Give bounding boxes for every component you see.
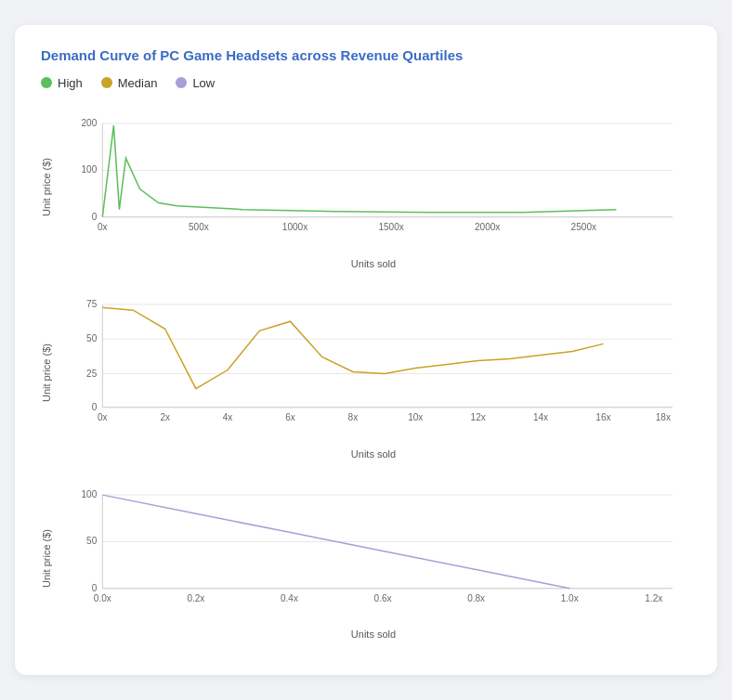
svg-text:2x: 2x — [160, 411, 170, 421]
chart-high-area: 200 100 0 0x 500x 1000x 1500x 2000x 2500… — [56, 105, 691, 269]
svg-text:25: 25 — [86, 368, 98, 378]
chart-title: Demand Curve of PC Game Headsets across … — [41, 47, 691, 63]
svg-text:0: 0 — [92, 211, 98, 221]
svg-text:0.2x: 0.2x — [187, 592, 204, 603]
svg-text:18x: 18x — [656, 411, 671, 421]
svg-text:4x: 4x — [223, 411, 233, 421]
legend-dot-low — [176, 77, 187, 88]
legend-item-low: Low — [176, 76, 215, 90]
svg-text:2000x: 2000x — [475, 221, 500, 231]
svg-text:0: 0 — [92, 582, 98, 592]
svg-text:0.8x: 0.8x — [467, 592, 485, 603]
chart-median-x-label: Units sold — [56, 448, 691, 460]
svg-text:0.6x: 0.6x — [374, 592, 392, 603]
svg-text:10x: 10x — [408, 411, 423, 421]
svg-text:2500x: 2500x — [571, 221, 596, 231]
chart-median-svg: 75 50 25 0 0x 2x 4x 6x 8x 10x 12x 14x 16… — [56, 286, 691, 445]
chart-low-y-label: Unit price ($) — [41, 476, 52, 641]
svg-text:1500x: 1500x — [378, 221, 403, 231]
svg-text:0.0x: 0.0x — [94, 592, 111, 603]
legend-label-low: Low — [192, 76, 215, 90]
svg-text:50: 50 — [86, 333, 98, 344]
chart-high: Unit price ($) 200 100 0 0x 500x — [41, 105, 691, 269]
main-card: Demand Curve of PC Game Headsets across … — [15, 25, 717, 676]
svg-text:0: 0 — [92, 401, 98, 411]
svg-text:50: 50 — [86, 536, 98, 546]
legend-item-high: High — [41, 76, 83, 90]
svg-text:6x: 6x — [285, 411, 295, 421]
chart-median: Unit price ($) 75 50 25 0 — [41, 286, 691, 460]
svg-text:1.0x: 1.0x — [561, 592, 579, 603]
svg-text:0.4x: 0.4x — [281, 592, 298, 603]
legend: High Median Low — [41, 76, 691, 90]
chart-high-svg: 200 100 0 0x 500x 1000x 1500x 2000x 2500… — [56, 105, 691, 254]
chart-high-y-label: Unit price ($) — [41, 105, 52, 269]
svg-text:16x: 16x — [595, 411, 610, 421]
svg-text:0x: 0x — [98, 411, 108, 421]
chart-low-x-label: Units sold — [56, 629, 691, 640]
high-line — [102, 125, 616, 217]
chart-low-area: 100 50 0 0.0x 0.2x 0.4x 0.6x 0.8x 1.0x 1… — [56, 476, 691, 641]
svg-text:8x: 8x — [348, 411, 359, 421]
chart-median-y-label: Unit price ($) — [41, 286, 52, 460]
chart-median-area: 75 50 25 0 0x 2x 4x 6x 8x 10x 12x 14x 16… — [56, 286, 691, 460]
chart-low-svg: 100 50 0 0.0x 0.2x 0.4x 0.6x 0.8x 1.0x 1… — [56, 476, 691, 626]
svg-text:12x: 12x — [471, 411, 486, 421]
legend-item-median: Median — [101, 76, 158, 90]
legend-dot-high — [41, 77, 52, 88]
legend-label-median: Median — [118, 76, 158, 90]
chart-median-wrapper: Unit price ($) 75 50 25 0 — [41, 286, 691, 460]
svg-text:100: 100 — [82, 164, 98, 175]
svg-text:14x: 14x — [533, 411, 548, 421]
chart-low: Unit price ($) 100 50 0 0.0x 0.2x — [41, 476, 691, 641]
median-line — [102, 307, 603, 389]
svg-text:200: 200 — [82, 118, 98, 128]
legend-dot-median — [101, 77, 112, 88]
svg-text:75: 75 — [86, 299, 98, 309]
chart-high-x-label: Units sold — [56, 258, 691, 269]
svg-text:500x: 500x — [189, 221, 209, 231]
svg-text:100: 100 — [82, 489, 98, 499]
legend-label-high: High — [58, 76, 83, 90]
svg-text:0x: 0x — [98, 221, 108, 231]
chart-low-wrapper: Unit price ($) 100 50 0 0.0x 0.2x — [41, 476, 691, 641]
chart-high-wrapper: Unit price ($) 200 100 0 0x 500x — [41, 105, 691, 269]
svg-text:1000x: 1000x — [282, 221, 307, 231]
svg-text:1.2x: 1.2x — [645, 592, 662, 603]
